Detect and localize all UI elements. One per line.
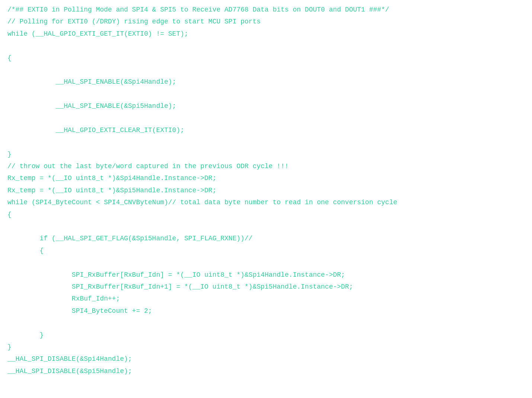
code-line-20: if (__HAL_SPI_GET_FLAG(&Spi5Handle, SPI_… <box>7 232 525 244</box>
empty-line-27 <box>7 317 525 329</box>
code-line-24: SPI_RxBuffer[RxBuf_Idn+1] = *(__IO uint8… <box>7 281 525 293</box>
code-line-17: while (SPI4_ByteCount < SPI4_CNVByteNum)… <box>7 196 525 208</box>
code-line-30: __HAL_SPI_DISABLE(&Spi4Handle); <box>7 353 525 365</box>
code-line-25: RxBuf_Idn++; <box>7 293 525 305</box>
code-line-9: __HAL_SPI_ENABLE(&Spi5Handle); <box>7 100 525 112</box>
code-line-18: { <box>7 209 525 221</box>
code-line-23: SPI_RxBuffer[RxBuf_Idn] = *(__IO uint8_t… <box>7 269 525 281</box>
code-line-26: SPI4_ByteCount += 2; <box>7 305 525 317</box>
code-container: /*## EXTI0 in Polling Mode and SPI4 & SP… <box>7 4 525 377</box>
empty-line-8 <box>7 88 525 100</box>
code-line-21: { <box>7 245 525 257</box>
code-line-14: // throw out the last byte/word captured… <box>7 160 525 172</box>
empty-line-4 <box>7 40 525 52</box>
empty-line-19 <box>7 221 525 232</box>
code-line-2: // Polling for EXTI0 (/DRDY) rising edge… <box>7 16 525 28</box>
empty-line-10 <box>7 112 525 124</box>
code-line-11: __HAL_GPIO_EXTI_CLEAR_IT(EXTI0); <box>7 124 525 136</box>
code-line-16: Rx_temp = *(__IO uint8_t *)&Spi5Handle.I… <box>7 184 525 196</box>
code-line-28: } <box>7 329 525 341</box>
empty-line-12 <box>7 136 525 148</box>
code-line-31: __HAL_SPI_DISABLE(&Spi5Handle); <box>7 365 525 377</box>
code-line-15: Rx_temp = *(__IO uint8_t *)&Spi4Handle.I… <box>7 172 525 184</box>
code-line-13: } <box>7 148 525 160</box>
empty-line-6 <box>7 64 525 76</box>
code-line-7: __HAL_SPI_ENABLE(&Spi4Handle); <box>7 76 525 88</box>
empty-line-22 <box>7 257 525 269</box>
code-line-1: /*## EXTI0 in Polling Mode and SPI4 & SP… <box>7 4 525 16</box>
code-line-3: while (__HAL_GPIO_EXTI_GET_IT(EXTI0) != … <box>7 28 525 40</box>
code-line-29: } <box>7 341 525 353</box>
code-line-5: { <box>7 52 525 64</box>
